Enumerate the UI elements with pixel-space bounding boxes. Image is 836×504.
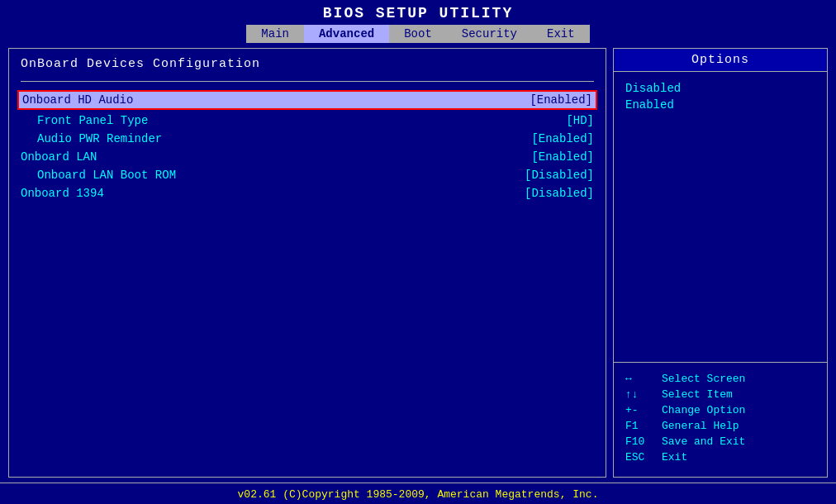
item-value: [Disabled] — [525, 187, 594, 200]
section-title: OnBoard Devices Configuration — [21, 57, 594, 71]
item-value: [Disabled] — [525, 169, 594, 182]
menu-item[interactable]: Front Panel Type[HD] — [21, 112, 594, 130]
key-code: F1 — [625, 420, 655, 432]
right-panel: Options DisabledEnabled ↔Select Screen↑↓… — [613, 48, 828, 478]
tab-main[interactable]: Main — [246, 25, 304, 43]
menu-item[interactable]: Onboard LAN[Enabled] — [21, 148, 594, 166]
menu-item[interactable]: Onboard LAN Boot ROM[Disabled] — [21, 166, 594, 184]
key-desc: Change Option — [662, 404, 745, 416]
options-header: Options — [614, 49, 827, 72]
menu-item[interactable]: Onboard 1394[Disabled] — [21, 184, 594, 202]
tab-exit[interactable]: Exit — [532, 25, 590, 43]
item-name: Onboard HD Audio — [22, 93, 204, 107]
main-content: OnBoard Devices Configuration Onboard HD… — [8, 48, 828, 478]
item-name: Front Panel Type — [21, 114, 202, 127]
key-row: +-Change Option — [625, 402, 815, 418]
item-name: Onboard LAN — [21, 150, 202, 164]
key-code: ESC — [625, 451, 655, 464]
item-name: Audio PWR Reminder — [21, 132, 202, 145]
option-item[interactable]: Enabled — [625, 97, 815, 113]
item-value: [Enabled] — [531, 132, 594, 145]
key-desc: Select Item — [662, 388, 733, 401]
tab-security[interactable]: Security — [447, 25, 532, 43]
tab-boot[interactable]: Boot — [389, 25, 447, 43]
option-item[interactable]: Disabled — [625, 80, 815, 97]
key-row: F1General Help — [625, 418, 815, 434]
menu-item[interactable]: Onboard HD Audio[Enabled] — [17, 90, 597, 110]
key-desc: Save and Exit — [662, 435, 745, 448]
key-desc: General Help — [662, 420, 739, 432]
key-row: ↔Select Screen — [625, 371, 815, 387]
key-desc: Select Screen — [662, 373, 745, 385]
key-code: ↔ — [625, 373, 655, 385]
key-desc: Exit — [662, 451, 687, 464]
key-code: ↑↓ — [625, 388, 655, 401]
key-code: F10 — [625, 435, 655, 448]
footer: v02.61 (C)Copyright 1985-2009, American … — [0, 483, 836, 504]
menu-item[interactable]: Audio PWR Reminder[Enabled] — [21, 130, 594, 148]
key-row: F10Save and Exit — [625, 434, 815, 449]
tab-advanced[interactable]: Advanced — [304, 25, 389, 43]
options-list: DisabledEnabled — [614, 72, 827, 362]
key-row: ESCExit — [625, 449, 815, 465]
tab-bar[interactable]: MainAdvancedBootSecurityExit — [0, 25, 836, 43]
item-value: [Enabled] — [531, 150, 594, 164]
key-row: ↑↓Select Item — [625, 387, 815, 402]
item-value: [Enabled] — [530, 93, 592, 107]
item-value: [HD] — [566, 114, 594, 127]
menu-list[interactable]: Onboard HD Audio[Enabled]Front Panel Typ… — [21, 90, 594, 202]
item-name: Onboard LAN Boot ROM — [21, 169, 202, 182]
item-name: Onboard 1394 — [21, 187, 202, 200]
left-panel[interactable]: OnBoard Devices Configuration Onboard HD… — [8, 48, 606, 478]
bios-title: BIOS SETUP UTILITY — [0, 0, 836, 25]
bios-screen: BIOS SETUP UTILITY MainAdvancedBootSecur… — [0, 0, 836, 504]
key-code: +- — [625, 404, 655, 416]
key-help: ↔Select Screen↑↓Select Item+-Change Opti… — [614, 362, 827, 477]
